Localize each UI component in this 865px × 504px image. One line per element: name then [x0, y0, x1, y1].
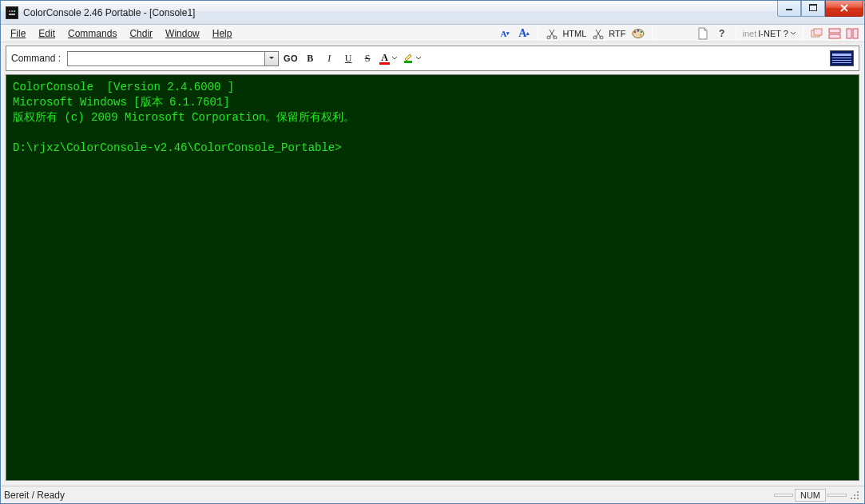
svg-point-11 [633, 29, 644, 38]
copy-rtf-icon[interactable] [591, 26, 605, 41]
copy-html-icon[interactable] [545, 26, 559, 41]
new-document-icon[interactable] [696, 26, 710, 41]
cascade-windows-icon[interactable] [810, 26, 824, 41]
bold-button[interactable]: B [303, 51, 317, 65]
console-tab-thumb[interactable] [830, 50, 854, 66]
svg-rect-3 [9, 14, 15, 15]
italic-button[interactable]: I [322, 51, 336, 65]
toolbar-separator [538, 27, 538, 40]
svg-point-8 [554, 36, 557, 39]
svg-rect-16 [811, 30, 819, 37]
status-cell-num: NUM [795, 489, 826, 502]
tile-horizontal-icon[interactable] [827, 26, 842, 41]
help-icon[interactable]: ? [715, 26, 729, 41]
svg-rect-17 [814, 29, 822, 35]
terminal-line: ColorConsole [Version 2.4.6000 ] [13, 81, 234, 93]
status-cell-caps [774, 494, 793, 497]
resize-grip[interactable] [848, 489, 861, 502]
command-dropdown-button[interactable] [265, 51, 279, 66]
menu-bar: File Edit Commands Chdir Window Help A▾ … [1, 25, 864, 42]
svg-rect-2 [14, 10, 15, 12]
app-window: ColorConsole 2.46 Portable - [Console1] … [0, 0, 865, 504]
terminal-container: ColorConsole [Version 2.4.6000 ] Microso… [1, 74, 864, 486]
chevron-down-icon [790, 29, 796, 38]
window-buttons [777, 1, 863, 17]
toolbar: A▾ A▴ HTML RTF ? inet I-NET ? [498, 26, 861, 41]
toolbar-separator [652, 27, 653, 40]
menu-chdir[interactable]: Chdir [123, 26, 159, 41]
window-title: ColorConsole 2.46 Portable - [Console1] [23, 7, 195, 18]
command-bar: Command : GO B I U S A [6, 46, 859, 71]
terminal-line: 版权所有 (c) 2009 Microsoft Corporation。保留所有… [13, 111, 355, 124]
close-button[interactable] [825, 1, 863, 17]
maximize-button[interactable] [801, 1, 825, 17]
command-label: Command : [11, 53, 61, 64]
svg-rect-5 [810, 5, 817, 11]
chevron-down-icon [415, 53, 422, 64]
command-bar-container: Command : GO B I U S A [1, 42, 864, 74]
svg-point-10 [600, 36, 603, 39]
font-decrease-icon[interactable]: A▾ [498, 26, 512, 41]
terminal-line: Microsoft Windows [版本 6.1.7601] [13, 96, 230, 109]
font-increase-icon[interactable]: A▴ [517, 26, 531, 41]
svg-rect-22 [404, 61, 412, 63]
status-bar: Bereit / Ready NUM [1, 486, 864, 503]
svg-rect-0 [9, 10, 10, 12]
command-input[interactable] [67, 51, 265, 66]
chevron-down-icon [391, 53, 398, 64]
svg-rect-21 [853, 29, 858, 38]
highlight-icon [403, 51, 414, 66]
command-combo [67, 51, 279, 66]
svg-point-12 [633, 30, 636, 33]
underline-button[interactable]: U [341, 51, 355, 65]
inet-dropdown[interactable]: inet I-NET ? [743, 29, 796, 38]
strikethrough-button[interactable]: S [360, 51, 375, 65]
minimize-button[interactable] [777, 1, 801, 17]
svg-rect-20 [847, 29, 851, 38]
highlight-color-button[interactable] [403, 51, 422, 66]
menu-help[interactable]: Help [206, 26, 239, 41]
svg-point-14 [640, 30, 642, 33]
menu-commands[interactable]: Commands [62, 26, 123, 41]
svg-point-7 [547, 36, 550, 39]
svg-point-9 [593, 36, 597, 39]
status-cell-scrl [827, 494, 847, 497]
svg-rect-1 [11, 10, 13, 12]
menu-window[interactable]: Window [159, 26, 206, 41]
svg-point-13 [637, 30, 639, 32]
rtf-label[interactable]: RTF [609, 29, 625, 38]
go-button[interactable]: GO [284, 51, 298, 65]
terminal-prompt: D:\rjxz\ColorConsole-v2.46\ColorConsole_… [13, 141, 342, 154]
color-palette-icon[interactable] [631, 26, 645, 41]
toolbar-separator [736, 27, 736, 40]
menu-edit[interactable]: Edit [32, 26, 62, 41]
svg-rect-6 [809, 4, 817, 6]
menu-file[interactable]: File [4, 26, 32, 41]
svg-rect-19 [829, 34, 840, 38]
svg-rect-18 [829, 29, 840, 33]
title-bar: ColorConsole 2.46 Portable - [Console1] [1, 1, 864, 25]
app-icon [6, 6, 18, 19]
text-color-button[interactable]: A [379, 53, 398, 65]
status-ready: Bereit / Ready [4, 490, 65, 501]
terminal[interactable]: ColorConsole [Version 2.4.6000 ] Microso… [6, 74, 859, 481]
tile-vertical-icon[interactable] [845, 26, 859, 41]
svg-rect-4 [786, 9, 792, 10]
html-label[interactable]: HTML [562, 29, 586, 38]
toolbar-separator [803, 27, 803, 40]
svg-point-15 [639, 34, 641, 36]
